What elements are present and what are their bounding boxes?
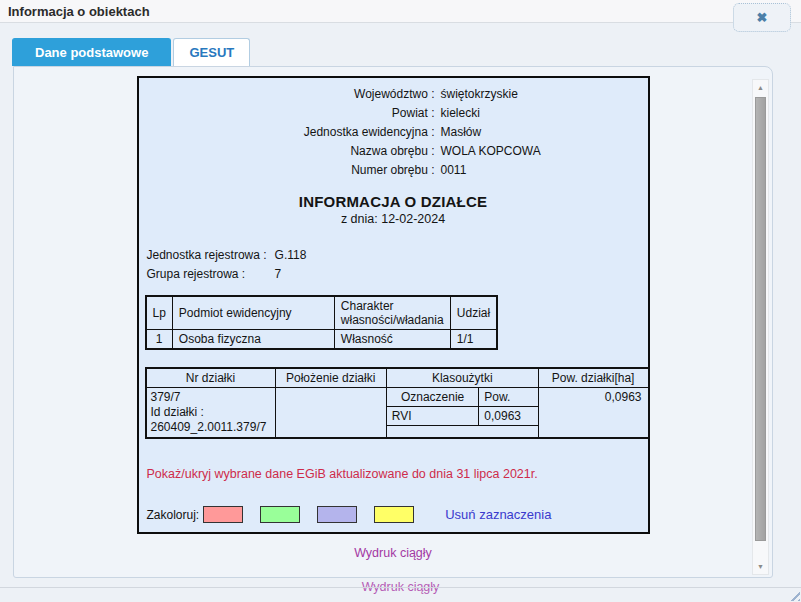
parcel-id-label: Id działki :: [151, 405, 271, 420]
color-swatch-purple[interactable]: [317, 506, 357, 523]
cell-lp: 1: [146, 330, 173, 350]
landuse-subtable: Oznaczenie Pow. RVI 0,0963: [387, 388, 538, 426]
document-title: INFORMACJA O DZIAŁCE: [144, 193, 643, 210]
column-header: Położenie działki: [275, 368, 386, 388]
cell-pow: 0,0963: [479, 407, 538, 426]
parcel-info-document: Województwo : świętokrzyskie Powiat : ki…: [137, 76, 650, 534]
parcel-id: 260409_2.0011.379/7: [151, 420, 271, 435]
clear-selection-link[interactable]: Usuń zaznaczenia: [445, 507, 551, 522]
cell-charakter: Własność: [334, 330, 450, 350]
column-header: Pow.: [479, 388, 538, 407]
field-label: Grupa rejestrowa :: [147, 267, 267, 282]
color-swatch-yellow[interactable]: [374, 506, 414, 523]
scrollbar-thumb[interactable]: [755, 97, 766, 541]
parcel-number: 379/7: [151, 390, 271, 405]
tab-dane-podstawowe[interactable]: Dane podstawowe: [12, 38, 171, 66]
egib-toggle-link[interactable]: Pokaż/ukryj wybrane dane EGiB aktualizow…: [147, 467, 643, 481]
cell-location: [275, 388, 386, 439]
field-value: G.118: [275, 248, 307, 263]
column-header: Lp: [146, 296, 173, 330]
column-header: Podmiot ewidencyjny: [172, 296, 334, 330]
document-date: z dnia: 12-02-2024: [144, 212, 643, 226]
dialog-titlebar: Informacja o obiektach: [0, 0, 801, 23]
subtable-header-row: Oznaczenie Pow.: [387, 388, 538, 407]
field-value: kielecki: [441, 104, 643, 123]
field-value: świętokrzyskie: [441, 85, 643, 104]
vertical-scrollbar[interactable]: ▲ ▼: [752, 79, 769, 575]
field-value: Masłów: [441, 123, 643, 142]
table-header-row: Lp Podmiot ewidencyjny Charakter własnoś…: [146, 296, 498, 330]
scroll-up-arrow-icon[interactable]: ▲: [753, 80, 768, 94]
scroll-down-arrow-icon[interactable]: ▼: [753, 559, 768, 573]
field-label: Województwo :: [144, 85, 435, 104]
column-header: Charakter własności/władania: [334, 296, 450, 330]
field-label: Jednostka ewidencyjna :: [144, 123, 435, 142]
column-header: Nr działki: [146, 368, 276, 388]
close-button[interactable]: ✖: [733, 3, 791, 32]
cell-area: 0,0963: [538, 388, 648, 439]
close-icon: ✖: [757, 11, 768, 24]
table-row: 379/7 Id działki : 260409_2.0011.379/7 O…: [146, 388, 649, 439]
color-swatch-red[interactable]: [203, 506, 243, 523]
cell-udzial: 1/1: [450, 330, 497, 350]
tab-content-panel: Województwo : świętokrzyskie Powiat : ki…: [13, 66, 773, 578]
field-label: Nazwa obrębu :: [144, 142, 435, 161]
field-label: Numer obrębu :: [144, 161, 435, 180]
field-value: WOLA KOPCOWA: [441, 142, 643, 161]
table-header-row: Nr działki Położenie działki Klasoużytki…: [146, 368, 649, 388]
subtable-row: RVI 0,0963: [387, 407, 538, 426]
cell-parcel-number: 379/7 Id działki : 260409_2.0011.379/7: [146, 388, 276, 439]
column-header: Pow. działki[ha]: [538, 368, 648, 388]
cell-podmiot: Osoba fizyczna: [172, 330, 334, 350]
table-row: 1 Osoba fizyczna Własność 1/1: [146, 330, 498, 350]
column-header: Udział: [450, 296, 497, 330]
tab-gesut[interactable]: GESUT: [173, 38, 250, 66]
tab-label: GESUT: [189, 45, 234, 60]
column-header: Klasoużytki: [386, 368, 538, 388]
cell-landuse: Oznaczenie Pow. RVI 0,0963: [386, 388, 538, 439]
field-label: Powiat :: [144, 104, 435, 123]
register-fields: Jednostka rejestrowa : G.118 Grupa rejes…: [147, 248, 643, 282]
color-swatch-green[interactable]: [260, 506, 300, 523]
colorize-label: Zakoloruj:: [147, 508, 200, 522]
column-header: Oznaczenie: [387, 388, 479, 407]
dialog-title: Informacja o obiektach: [8, 4, 150, 19]
owners-table: Lp Podmiot ewidencyjny Charakter własnoś…: [145, 295, 499, 350]
admin-header: Województwo : świętokrzyskie Powiat : ki…: [144, 85, 643, 180]
field-label: Jednostka rejestrowa :: [147, 248, 267, 263]
tab-label: Dane podstawowe: [35, 45, 148, 60]
bottom-divider: [0, 587, 801, 588]
parcel-table: Nr działki Położenie działki Klasoużytki…: [145, 367, 650, 439]
continuous-print-link[interactable]: Wydruk ciągły: [14, 546, 772, 560]
field-value: 0011: [441, 161, 643, 180]
field-value: 7: [275, 267, 307, 282]
cell-oznaczenie: RVI: [387, 407, 479, 426]
colorize-row: Zakoloruj: Usuń zaznaczenia: [147, 506, 643, 523]
tab-bar: Dane podstawowe GESUT: [12, 38, 250, 66]
